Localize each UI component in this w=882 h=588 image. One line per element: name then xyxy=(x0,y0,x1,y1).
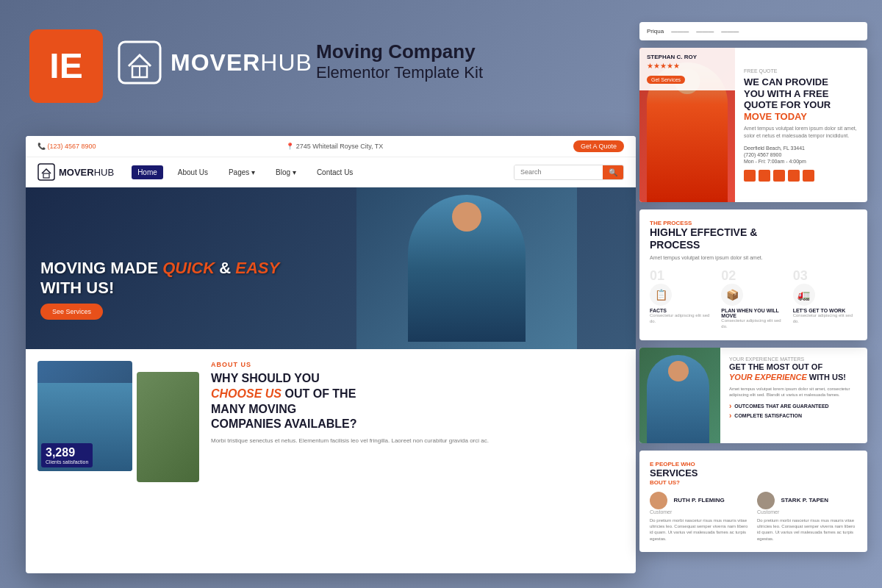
pq-social-icons xyxy=(744,170,858,182)
nav-search-input[interactable] xyxy=(514,165,603,179)
product-title-line1: Moving Company xyxy=(316,40,483,63)
small-nav-item-3: ——— xyxy=(696,28,714,35)
step-3-desc: Consectetur adipiscing elit sed do. xyxy=(793,313,857,325)
brand-mover: MOVER xyxy=(171,49,260,76)
testimonial-1-avatar xyxy=(650,492,667,509)
review-stars: ★★★★★ xyxy=(647,62,728,70)
topbar-phone: 📞 (123) 4567 8900 xyxy=(37,143,96,150)
mockup-topbar: 📞 (123) 4567 8900 📍 2745 Whitetail Royse… xyxy=(26,136,636,157)
experience-right-content: YOUR EXPERIENCE MATTERS GET THE MOST OUT… xyxy=(720,348,867,443)
experience-left-image xyxy=(639,348,720,443)
social-icon-2[interactable] xyxy=(759,170,770,182)
step-1-label: FACTS xyxy=(650,308,714,313)
nav-pages[interactable]: Pages ▾ xyxy=(223,165,261,179)
step-1-icon: 📋 xyxy=(650,284,672,306)
panel-process: THE PROCESS HIGHLY EFFECTIVE &PROCESS Am… xyxy=(639,209,867,340)
nav-search-button[interactable]: 🔍 xyxy=(603,165,623,179)
testimonial-2-role: Customer xyxy=(757,509,857,514)
testimonial-item-2: STARK P. TAPEN Customer Do pretium morbi… xyxy=(757,492,857,542)
hero-cta-button[interactable]: See Services xyxy=(40,304,103,320)
pq-free-quote-label: FREE QUOTE xyxy=(744,68,858,74)
brand-name: MOVERHUB xyxy=(171,49,312,76)
social-icon-3[interactable] xyxy=(773,170,785,182)
about-description: Morbi tristique senectus et netus. Eleme… xyxy=(211,437,624,445)
experience-heading: GET THE MOST OUT OF YOUR EXPERIENCE WITH… xyxy=(729,362,858,383)
testimonial-item-1: RUTH P. FLEMING Customer Do pretium morb… xyxy=(650,492,750,542)
hero-person-image xyxy=(356,187,577,349)
experience-label: YOUR EXPERIENCE MATTERS xyxy=(729,356,858,362)
nav-home[interactable]: Home xyxy=(132,165,163,179)
process-step-1: 01 📋 FACTS Consectetur adipiscing elit s… xyxy=(650,268,714,330)
pq-address: Deerfield Beach, FL 33441 xyxy=(744,146,858,151)
product-title: Moving Company Elementor Template Kit xyxy=(316,40,483,82)
small-nav-item-2: ——— xyxy=(671,28,689,35)
nav-search-bar: 🔍 xyxy=(514,165,624,180)
testimonials-subheading: BOUT US? xyxy=(650,479,857,486)
step-1-desc: Consectetur adipiscing elit sed do. xyxy=(650,313,714,325)
hero-text-area: MOVING MADE QUICK & EASY WITH US! See Se… xyxy=(40,259,279,320)
mockup-about-section: 3,289 Clients satisfaction ABOUT US WHY … xyxy=(26,349,636,481)
review-name: STEPHAN C. ROY xyxy=(647,54,728,60)
panel-quote: STEPHAN C. ROY ★★★★★ Get Services FREE Q… xyxy=(639,48,867,202)
testimonial-2-name: STARK P. TAPEN xyxy=(781,497,828,503)
social-icon-1[interactable] xyxy=(744,170,756,182)
step-1-number: 01 xyxy=(650,268,714,284)
social-icon-4[interactable] xyxy=(788,170,800,182)
nav-about[interactable]: About Us xyxy=(172,165,214,179)
small-nav-item-1: Priqua xyxy=(647,28,664,35)
testimonials-row: RUTH P. FLEMING Customer Do pretium morb… xyxy=(650,492,857,542)
experience-outcomes: OUTCOMES THAT ARE GUARANTEED COMPLETE SA… xyxy=(729,402,858,420)
testimonial-2-text: Do pretium morbi nascetur risus mus maur… xyxy=(757,517,857,542)
topbar-quote-button[interactable]: Get A Quote xyxy=(573,140,624,152)
process-description: Amet tempus volutpat lorem ipsum dolor s… xyxy=(650,254,857,262)
step-3-number: 03 xyxy=(793,268,857,284)
mockup-nav: MOVERHUB Home About Us Pages ▾ Blog ▾ Co… xyxy=(26,157,636,187)
elementor-badge: IE xyxy=(29,29,103,103)
hero-heading-line2: WITH US! xyxy=(40,279,114,297)
testimonial-1-text: Do pretium morbi nascetur risus mus maur… xyxy=(650,517,750,542)
process-step-3: 03 🚛 LET'S GET TO WORK Consectetur adipi… xyxy=(793,268,857,330)
nav-blog[interactable]: Blog ▾ xyxy=(270,165,302,179)
hero-heading: MOVING MADE QUICK & EASY WITH US! xyxy=(40,259,279,298)
outcome-1: OUTCOMES THAT ARE GUARANTEED xyxy=(729,402,858,410)
nav-logo-text: MOVERHUB xyxy=(59,167,114,178)
experience-description: Amet tempus volutpat lorem ipsum dolor s… xyxy=(729,386,858,398)
nav-contact[interactable]: Contact Us xyxy=(311,165,359,179)
process-steps: 01 📋 FACTS Consectetur adipiscing elit s… xyxy=(650,268,857,330)
testimonial-1-name: RUTH P. FLEMING xyxy=(673,497,724,503)
product-title-line2: Elementor Template Kit xyxy=(316,63,483,82)
panel-experience: YOUR EXPERIENCE MATTERS GET THE MOST OUT… xyxy=(639,348,867,443)
experience-orange-text: YOUR EXPERIENCE xyxy=(729,373,807,381)
small-nav-items: Priqua ——— ——— ——— xyxy=(647,28,739,35)
pq-contact-info: Deerfield Beach, FL 33441 (720) 4567 890… xyxy=(744,144,858,165)
pq-heading: WE CAN PROVIDEYOU WITH A FREEQUOTE FOR Y… xyxy=(744,76,858,122)
about-choose-us: CHOOSE US xyxy=(211,387,282,400)
nav-logo-icon xyxy=(37,163,55,181)
pq-hours: Mon - Fri: 7:00am - 4:00pm xyxy=(744,159,858,164)
step-2-number: 02 xyxy=(721,268,785,284)
about-heading: WHY SHOULD YOU CHOOSE US OUT OF THE MANY… xyxy=(211,371,624,432)
nav-links: Home About Us Pages ▾ Blog ▾ Contact Us xyxy=(132,165,359,179)
hero-easy-text: EASY xyxy=(235,259,279,277)
hero-person-silhouette xyxy=(408,195,526,342)
experience-person xyxy=(647,355,709,443)
testimonials-heading: SERVICES xyxy=(650,467,857,479)
step-3-icon: 🚛 xyxy=(793,284,815,306)
step-2-icon: 📦 xyxy=(721,284,743,306)
moverhub-logo-icon xyxy=(118,40,162,85)
about-section-label: ABOUT US xyxy=(211,361,624,368)
get-services-btn[interactable]: Get Services xyxy=(647,76,685,84)
panel-small-nav: Priqua ——— ——— ——— xyxy=(639,22,867,40)
about-stats-number: 3,289 xyxy=(46,446,88,459)
brand-hub: HUB xyxy=(260,49,312,76)
pq-heading-orange: MOVE TODAY xyxy=(744,111,807,122)
panel-quote-right: FREE QUOTE WE CAN PROVIDEYOU WITH A FREE… xyxy=(735,48,867,202)
process-heading: HIGHLY EFFECTIVE &PROCESS xyxy=(650,226,857,251)
about-side-image xyxy=(137,372,199,482)
about-main-image: 3,289 Clients satisfaction xyxy=(37,361,132,471)
social-icon-5[interactable] xyxy=(803,170,814,182)
panel-testimonials: E PEOPLE WHO SERVICES BOUT US? RUTH P. F… xyxy=(639,451,867,552)
mockup-hero-section: MOVING MADE QUICK & EASY WITH US! See Se… xyxy=(26,187,636,349)
testimonials-label: E PEOPLE WHO xyxy=(650,461,857,467)
pq-description: Amet tempus volutpat lorem ipsum dolor s… xyxy=(744,125,858,140)
